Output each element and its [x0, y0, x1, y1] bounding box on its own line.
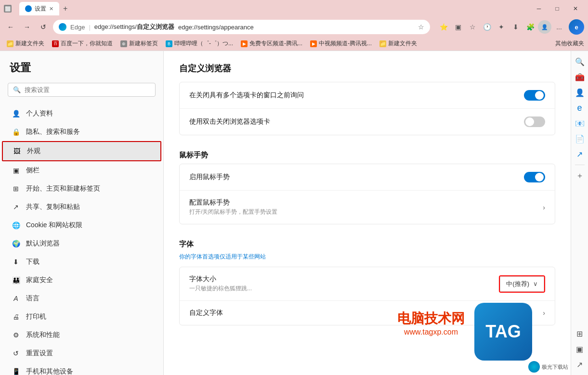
print-nav-icon: 🖨 — [12, 312, 20, 321]
enable-mouse-label: 启用鼠标手势 — [189, 173, 230, 181]
double-click-close-label: 使用双击关闭浏览器选项卡 — [189, 117, 270, 126]
star-icon[interactable]: ☆ — [418, 23, 424, 31]
bookmark-tencent1[interactable]: ▶ 免费专区频道-腾讯... — [238, 39, 305, 49]
dropdown-arrow-icon: ∨ — [533, 280, 538, 287]
font-size-row: 字体大小 一只敏捷的棕色狐狸跳... 中(推荐) ∨ — [180, 267, 555, 301]
bookmarks-more[interactable]: 其他收藏夹 — [555, 39, 584, 48]
edge-logo-icon — [59, 23, 66, 31]
font-size-dropdown[interactable]: 中(推荐) ∨ — [500, 276, 544, 292]
sidebar-item-newtab[interactable]: ⊞ 开始、主页和新建标签页 — [2, 180, 161, 198]
ep-outlook-button[interactable]: 📧 — [573, 116, 587, 130]
configure-mouse-row[interactable]: 配置鼠标手势 打开/关闭鼠标手势，配置手势设置 › — [180, 191, 555, 224]
newtab-icon: ⊕ — [120, 40, 127, 47]
toolbar-icons: ⭐ ▣ ☆ 🕐 ✦ ⬇ 🧩 👤 ... — [437, 20, 566, 34]
bookmark-new-folder[interactable]: 📁 新建文件夹 — [4, 39, 47, 49]
favorites-button[interactable]: ☆ — [466, 20, 479, 34]
tencent2-icon: ▶ — [310, 40, 317, 47]
extensions-button[interactable]: 🧩 — [523, 20, 537, 34]
bookmark-bili[interactable]: B 哔哩哔哩（゜-゜）つ... — [163, 39, 236, 49]
sidebar-item-privacy[interactable]: 🔒 隐私、搜索和服务 — [2, 123, 161, 141]
system-nav-icon: ⚙ — [12, 331, 20, 339]
ep-person-button[interactable]: 👤 — [573, 86, 587, 99]
ep-external-button[interactable]: ↗ — [573, 358, 587, 371]
ep-edge-button[interactable]: e — [573, 101, 587, 115]
appearance-nav-icon: 🖼 — [13, 147, 21, 155]
settings-search-input[interactable] — [25, 86, 150, 93]
history-button[interactable]: 🕐 — [480, 20, 494, 34]
back-button[interactable]: ← — [4, 20, 17, 34]
sidebar-item-profile[interactable]: 👤 个人资料 — [2, 104, 161, 123]
bili-icon: B — [166, 40, 172, 47]
tab-title: 设置 — [35, 5, 46, 13]
window-controls-left: ⬜ — [4, 5, 12, 13]
custom-font-arrow: › — [543, 309, 545, 317]
bookmarks-more-label: 其他收藏夹 — [555, 40, 584, 47]
double-click-close-toggle[interactable] — [524, 116, 545, 127]
collections-button[interactable]: ⭐ — [437, 20, 450, 34]
sidebar-item-language[interactable]: A 语言 — [2, 289, 161, 308]
ep-grid-button[interactable]: ⊞ — [573, 327, 587, 340]
address-display: edge://settings/appearance — [178, 24, 414, 31]
more-button[interactable]: ... — [552, 20, 566, 34]
bookmark-folder2[interactable]: 📁 新建文件夹 — [377, 39, 420, 49]
sidebar-label-appearance: 外观 — [27, 147, 40, 155]
ep-window-button[interactable]: ▣ — [573, 342, 587, 356]
bookmark-label-newtab: 新建标签页 — [129, 39, 158, 48]
sidebar-label-profile: 个人资料 — [26, 109, 53, 118]
ep-add-button[interactable]: ＋ — [573, 169, 587, 182]
close-button[interactable]: ✕ — [567, 3, 584, 14]
bookmark-tencent2[interactable]: ▶ 中视频频道-腾讯视... — [307, 39, 375, 49]
ep-divider — [575, 165, 585, 165]
custom-font-row[interactable]: 自定义字体 › — [180, 301, 555, 325]
forward-button[interactable]: → — [20, 20, 34, 34]
sidebar-item-print[interactable]: 🖨 打印机 — [2, 308, 161, 326]
sidebar-item-reset[interactable]: ↺ 重置设置 — [2, 344, 161, 362]
addressbar: ← → ↺ Edge | edge://settings/自定义浏览器 edge… — [0, 17, 588, 37]
copilot-button[interactable]: ✦ — [495, 20, 508, 34]
sidebar-label-print: 打印机 — [26, 312, 46, 321]
folder2-icon: 📁 — [379, 40, 386, 47]
sidebar-item-sidebar[interactable]: ▣ 侧栏 — [2, 161, 161, 180]
close-confirm-toggle[interactable] — [524, 90, 545, 101]
bookmark-label-tencent2: 中视频频道-腾讯视... — [319, 39, 372, 48]
bookmark-baidu[interactable]: 百 百度一下，你就知道 — [49, 39, 116, 49]
window-controls: ─ □ ✕ — [530, 3, 584, 14]
mouse-gesture-section-label: 鼠标手势 — [179, 151, 555, 160]
bookmarks-bar: 📁 新建文件夹 百 百度一下，你就知道 ⊕ 新建标签页 B 哔哩哔哩（゜-゜）つ… — [0, 37, 588, 51]
sidebar-item-share[interactable]: ↗ 共享、复制和粘贴 — [2, 198, 161, 216]
tab-close-button[interactable]: ✕ — [49, 6, 53, 12]
enable-mouse-row: 启用鼠标手势 — [180, 164, 555, 191]
sidebar-item-family[interactable]: 👪 家庭安全 — [2, 271, 161, 289]
ep-arrow-button[interactable]: ↗ — [573, 147, 587, 161]
split-view-button[interactable]: ▣ — [451, 20, 465, 34]
new-tab-button[interactable]: + — [61, 4, 69, 13]
sidebar-label-downloads: 下载 — [26, 258, 39, 266]
ep-search-button[interactable]: 🔍 — [573, 55, 587, 68]
active-tab[interactable]: 设置 ✕ — [19, 2, 59, 15]
enable-mouse-thumb — [535, 173, 544, 181]
address-url-bold: 自定义浏览器 — [137, 23, 174, 30]
sidebar-item-default-browser[interactable]: 🌍 默认浏览器 — [2, 234, 161, 253]
maximize-button[interactable]: □ — [549, 3, 566, 14]
sidebar-label-reset: 重置设置 — [26, 349, 53, 358]
edge-brand-button[interactable]: e — [569, 19, 584, 35]
refresh-button[interactable]: ↺ — [37, 20, 50, 34]
enable-mouse-toggle[interactable] — [524, 172, 545, 182]
settings-search-box[interactable]: 🔍 — [8, 83, 156, 97]
close-confirm-thumb — [535, 91, 544, 100]
sidebar-label-share: 共享、复制和粘贴 — [26, 203, 80, 211]
bookmark-newtab[interactable]: ⊕ 新建标签页 — [118, 39, 161, 49]
downloads-button[interactable]: ⬇ — [509, 20, 523, 34]
profile-button[interactable]: 👤 — [538, 20, 551, 34]
address-bar-input[interactable]: Edge | edge://settings/自定义浏览器 edge://set… — [53, 20, 430, 34]
ep-paper-button[interactable]: 📄 — [573, 132, 587, 145]
sidebar-item-downloads[interactable]: ⬇ 下载 — [2, 253, 161, 271]
minimize-button[interactable]: ─ — [530, 3, 548, 14]
sidebar-item-cookies[interactable]: 🌐 Cookie 和网站权限 — [2, 216, 161, 234]
sidebar-item-mobile[interactable]: 📱 手机和其他设备 — [2, 362, 161, 375]
sidebar-item-system[interactable]: ⚙ 系统和性能 — [2, 326, 161, 344]
ep-tools-button[interactable]: 🧰 — [573, 70, 587, 84]
sidebar-item-appearance[interactable]: 🖼 外观 — [2, 141, 161, 161]
address-separator: | — [89, 24, 90, 31]
address-brand: Edge — [70, 24, 85, 31]
